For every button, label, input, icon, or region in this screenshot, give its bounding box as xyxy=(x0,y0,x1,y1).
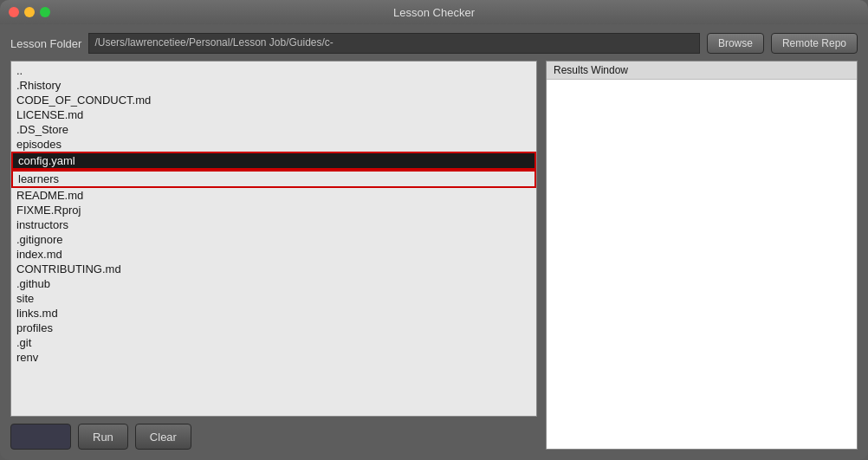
main-panels: ...RhistoryCODE_OF_CONDUCT.mdLICENSE.md.… xyxy=(10,61,858,450)
unnamed-button[interactable] xyxy=(10,424,71,450)
main-window: Lesson Checker Lesson Folder /Users/lawr… xyxy=(0,0,868,460)
close-button[interactable] xyxy=(9,7,19,17)
file-item[interactable]: .github xyxy=(11,276,536,291)
remote-repo-button[interactable]: Remote Repo xyxy=(771,33,858,54)
file-item[interactable]: site xyxy=(11,291,536,306)
results-title: Results Window xyxy=(547,62,857,80)
file-item[interactable]: instructors xyxy=(11,217,536,232)
maximize-button[interactable] xyxy=(40,7,50,17)
file-item[interactable]: renv xyxy=(11,350,536,365)
file-item[interactable]: CONTRIBUTING.md xyxy=(11,262,536,276)
left-panel: ...RhistoryCODE_OF_CONDUCT.mdLICENSE.md.… xyxy=(10,61,537,450)
file-item[interactable]: .Rhistory xyxy=(11,78,536,93)
content-area: Lesson Folder /Users/lawrencetiee/Person… xyxy=(0,24,868,460)
folder-path-display: /Users/lawrencetiee/Personal/Lesson Job/… xyxy=(88,33,700,54)
file-list-container: ...RhistoryCODE_OF_CONDUCT.mdLICENSE.md.… xyxy=(10,61,537,417)
file-list[interactable]: ...RhistoryCODE_OF_CONDUCT.mdLICENSE.md.… xyxy=(11,62,536,416)
file-item[interactable]: index.md xyxy=(11,247,536,262)
file-item[interactable]: .DS_Store xyxy=(11,122,536,137)
minimize-button[interactable] xyxy=(24,7,35,17)
toolbar: Lesson Folder /Users/lawrencetiee/Person… xyxy=(10,33,858,54)
file-item[interactable]: .git xyxy=(11,335,536,350)
clear-button[interactable]: Clear xyxy=(135,424,191,450)
file-item[interactable]: profiles xyxy=(11,321,536,335)
file-item[interactable]: FIXME.Rproj xyxy=(11,203,536,217)
file-item[interactable]: CODE_OF_CONDUCT.md xyxy=(11,93,536,107)
run-button[interactable]: Run xyxy=(78,424,128,450)
browse-button[interactable]: Browse xyxy=(707,33,764,54)
results-content[interactable] xyxy=(547,80,857,449)
right-panel: Results Window xyxy=(546,61,858,450)
file-item[interactable]: README.md xyxy=(11,188,536,203)
window-title: Lesson Checker xyxy=(393,6,475,19)
file-item[interactable]: .gitignore xyxy=(11,232,536,247)
file-item[interactable]: .. xyxy=(11,63,536,78)
lesson-folder-label: Lesson Folder xyxy=(10,37,81,50)
results-container: Results Window xyxy=(546,61,858,450)
file-item[interactable]: links.md xyxy=(11,306,536,321)
title-bar: Lesson Checker xyxy=(0,0,868,24)
file-item[interactable]: config.yaml xyxy=(11,152,536,170)
bottom-buttons: Run Clear xyxy=(10,424,537,450)
file-item[interactable]: learners xyxy=(11,170,536,188)
window-controls xyxy=(9,7,50,17)
file-item[interactable]: episodes xyxy=(11,137,536,152)
file-item[interactable]: LICENSE.md xyxy=(11,107,536,122)
